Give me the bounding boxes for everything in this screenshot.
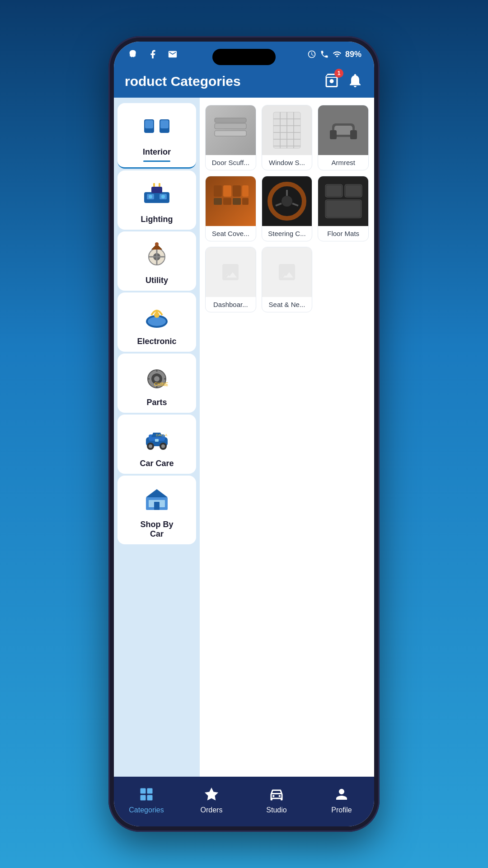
interior-icon — [139, 108, 175, 145]
dashboard-image — [206, 247, 256, 297]
svg-rect-57 — [214, 198, 222, 205]
svg-rect-67 — [326, 185, 342, 196]
svg-rect-2 — [145, 129, 153, 132]
svg-rect-75 — [147, 788, 153, 794]
svg-rect-37 — [215, 123, 246, 129]
profile-label: Profile — [331, 806, 352, 814]
sidebar-item-carcare[interactable]: DALLA Car Care — [117, 415, 196, 474]
svg-rect-51 — [330, 130, 337, 139]
nav-profile[interactable]: Profile — [309, 784, 374, 814]
svg-rect-60 — [242, 198, 249, 205]
seat-cover-image — [206, 176, 256, 226]
products-area: Door Scuff... — [200, 98, 374, 777]
svg-rect-55 — [233, 185, 241, 197]
svg-line-64 — [276, 203, 282, 206]
products-grid: Door Scuff... — [205, 105, 369, 312]
svg-rect-58 — [223, 198, 231, 205]
sidebar-item-utility[interactable]: Utility — [117, 231, 196, 291]
sidebar-item-electronic[interactable]: Electronic — [117, 292, 196, 352]
svg-rect-53 — [214, 185, 222, 197]
product-card-armrest[interactable]: Armrest — [318, 105, 369, 170]
studio-icon — [267, 784, 286, 804]
cart-button[interactable]: 1 — [324, 72, 340, 90]
svg-rect-11 — [151, 187, 162, 193]
electronic-icon — [139, 298, 175, 334]
electronic-label: Electronic — [137, 337, 176, 346]
svg-line-65 — [292, 203, 298, 206]
gmail-icon — [166, 48, 179, 61]
svg-rect-59 — [233, 198, 241, 205]
shopbycar-label: Shop ByCar — [140, 520, 173, 539]
product-card-dashboard[interactable]: Dashboar... — [205, 247, 256, 312]
svg-point-20 — [148, 317, 166, 326]
nav-orders[interactable]: Orders — [179, 784, 244, 814]
product-card-seat-neck[interactable]: Seat & Ne... — [262, 247, 313, 312]
product-card-door-scuff[interactable]: Door Scuff... — [205, 105, 256, 170]
seat-neck-name: Seat & Ne... — [266, 297, 308, 312]
categories-icon — [136, 784, 156, 804]
alarm-icon — [307, 50, 316, 59]
product-card-window-shade[interactable]: Window S... — [262, 105, 313, 170]
steering-image — [262, 176, 312, 226]
svg-rect-13 — [159, 183, 160, 187]
studio-label: Studio — [266, 806, 286, 814]
active-indicator — [143, 160, 170, 162]
svg-rect-4 — [160, 120, 169, 128]
nav-categories[interactable]: Categories — [114, 784, 179, 814]
sidebar-item-shopbycar[interactable]: Shop ByCar — [117, 476, 196, 544]
product-card-floor-mats[interactable]: Floor Mats — [318, 176, 369, 241]
svg-rect-52 — [350, 130, 357, 139]
nav-studio[interactable]: Studio — [244, 784, 309, 814]
snapchat-icon — [127, 48, 139, 61]
svg-point-78 — [272, 795, 275, 797]
svg-point-9 — [149, 195, 152, 198]
svg-point-79 — [279, 795, 281, 797]
dynamic-island — [212, 49, 276, 65]
window-shade-image — [262, 105, 312, 155]
svg-rect-74 — [141, 788, 146, 794]
svg-rect-77 — [147, 795, 153, 801]
phone-frame: 89% roduct Categories 1 — [108, 36, 380, 832]
svg-rect-5 — [160, 129, 169, 132]
svg-point-31 — [161, 444, 165, 448]
sidebar-item-parts[interactable]: CHINE Parts — [117, 354, 196, 413]
dashboard-name: Dashboar... — [211, 297, 251, 312]
status-right-icons: 89% — [307, 50, 361, 59]
categories-label: Categories — [129, 806, 164, 814]
product-card-seat-cover[interactable]: Seat Cove... — [205, 176, 256, 241]
svg-rect-39 — [215, 118, 246, 123]
svg-text:CHINE: CHINE — [154, 382, 168, 387]
svg-rect-76 — [141, 795, 146, 801]
main-content: Interior — [114, 98, 374, 777]
armrest-image — [318, 105, 368, 155]
steering-name: Steering C... — [265, 226, 308, 241]
wifi-icon — [333, 50, 342, 59]
seat-cover-name: Seat Cove... — [209, 226, 252, 241]
bottom-nav: Categories Orders — [114, 777, 374, 826]
app-header: roduct Categories 1 — [114, 67, 374, 98]
svg-rect-56 — [242, 185, 249, 197]
battery-text: 89% — [345, 50, 361, 59]
armrest-name: Armrest — [328, 155, 358, 170]
product-card-steering[interactable]: Steering C... — [262, 176, 313, 241]
sidebar-item-interior[interactable]: Interior — [117, 103, 196, 169]
header-icons: 1 — [324, 72, 363, 90]
parts-label: Parts — [146, 398, 167, 407]
svg-rect-1 — [145, 120, 153, 128]
sidebar: Interior — [114, 98, 200, 777]
svg-rect-32 — [155, 439, 159, 442]
phone-container: 89% roduct Categories 1 — [104, 27, 384, 841]
orders-icon — [202, 784, 221, 804]
carcare-label: Car Care — [140, 459, 174, 468]
sidebar-item-lighting[interactable]: Lighting — [117, 170, 196, 230]
orders-label: Orders — [201, 806, 223, 814]
profile-icon — [332, 784, 352, 804]
svg-rect-50 — [334, 126, 352, 135]
lighting-label: Lighting — [141, 215, 173, 224]
svg-rect-69 — [346, 185, 361, 196]
cart-badge: 1 — [334, 69, 343, 78]
parts-icon: CHINE — [139, 359, 175, 395]
notification-button[interactable] — [347, 72, 363, 90]
svg-point-10 — [161, 195, 165, 198]
status-left-icons — [127, 48, 179, 61]
